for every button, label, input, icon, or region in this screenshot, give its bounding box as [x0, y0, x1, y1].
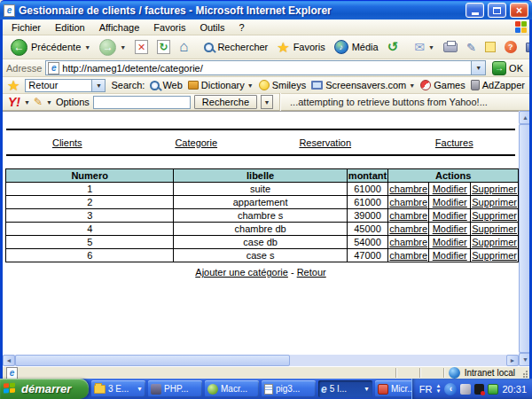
resize-grip[interactable]: [523, 376, 525, 378]
menu-fichier[interactable]: Fichier: [4, 20, 48, 35]
chambre-link[interactable]: chambre: [389, 237, 427, 247]
chambre-link[interactable]: chambre: [389, 250, 427, 261]
back-dropdown-icon[interactable]: ▼: [84, 44, 90, 51]
yahoo-search-button[interactable]: Recherche: [194, 95, 257, 109]
chambre-link[interactable]: chambre: [389, 197, 427, 207]
favorites-button[interactable]: Favoris: [273, 37, 328, 58]
taskbar-button-document[interactable]: pig3...: [262, 380, 316, 397]
horizontal-scrollbar[interactable]: ◄ ►: [3, 355, 519, 366]
yahoo-logo[interactable]: Y!: [8, 95, 20, 109]
nav-link-reservation[interactable]: Reservation: [299, 137, 351, 148]
network-tray-icon[interactable]: [488, 384, 498, 395]
supprimer-link[interactable]: Supprimer: [472, 237, 517, 247]
address-url[interactable]: http://nameg1/detente/categorie/: [62, 63, 468, 74]
games-button[interactable]: Games: [420, 80, 465, 90]
modifier-link[interactable]: Modifier: [433, 210, 467, 221]
supprimer-link[interactable]: Supprimer: [472, 250, 517, 261]
taskbar-button-php[interactable]: PHP...: [148, 380, 202, 397]
ie-app-icon: [4, 4, 15, 17]
messenger-button[interactable]: [501, 39, 520, 55]
yahoo-search-dropdown[interactable]: ▼: [261, 95, 273, 109]
yahoo-dropdown-icon[interactable]: ▼: [24, 99, 30, 106]
address-dropdown-button[interactable]: ▼: [471, 61, 485, 74]
supprimer-link[interactable]: Supprimer: [472, 210, 517, 221]
home-button[interactable]: [176, 36, 192, 58]
menu-aide[interactable]: ?: [232, 20, 252, 35]
modifier-link[interactable]: Modifier: [433, 223, 467, 234]
yahoo-options-label[interactable]: Options: [56, 97, 90, 107]
minimize-button[interactable]: [466, 3, 484, 18]
refresh-button[interactable]: [153, 38, 174, 56]
phone-tray-icon[interactable]: [474, 384, 484, 395]
table-header-row: Numero libelle montant Actions: [6, 169, 519, 183]
web-magnifier-icon: [150, 81, 160, 90]
back-button[interactable]: Précédente ▼: [7, 37, 94, 58]
web-search-button[interactable]: Web: [150, 80, 182, 90]
pencil-icon[interactable]: [34, 96, 43, 108]
note-icon: [485, 42, 496, 52]
status-bar: Intranet local: [3, 366, 529, 379]
menu-favoris[interactable]: Favoris: [146, 20, 192, 35]
yahoo-search-input[interactable]: [93, 96, 191, 109]
pencil-dropdown-icon[interactable]: ▼: [46, 99, 52, 106]
start-button[interactable]: démarrer: [0, 379, 89, 399]
address-field[interactable]: http://nameg1/detente/categorie/ ▼: [45, 60, 486, 75]
smileys-button[interactable]: Smileys: [259, 80, 307, 90]
dictionary-dropdown-icon[interactable]: ▼: [247, 82, 254, 89]
forward-dropdown-icon[interactable]: ▼: [120, 44, 126, 51]
maximize-button[interactable]: [488, 3, 506, 18]
nav-link-clients[interactable]: Clients: [52, 137, 82, 148]
modifier-link[interactable]: Modifier: [433, 197, 467, 207]
taskbar-button-explorer-group[interactable]: 3 E... ▼: [91, 380, 145, 397]
cell-montant: 61000: [347, 196, 387, 209]
screensavers-dropdown-icon[interactable]: ▼: [409, 82, 415, 89]
retour-link[interactable]: Retour: [297, 267, 326, 278]
mail-button[interactable]: ▼: [411, 38, 438, 56]
supprimer-link[interactable]: Supprimer: [472, 223, 517, 234]
modifier-link[interactable]: Modifier: [433, 250, 467, 261]
search-combo-dropdown[interactable]: ▼: [91, 80, 105, 91]
search-button[interactable]: Rechercher: [200, 40, 271, 54]
input-switch-icon[interactable]: [436, 384, 442, 394]
status-divider: [443, 368, 444, 378]
modifier-link[interactable]: Modifier: [433, 184, 467, 194]
antenna-tray-icon[interactable]: [460, 384, 471, 395]
modifier-link[interactable]: Modifier: [433, 237, 467, 247]
edit-button[interactable]: [463, 39, 480, 56]
horizontal-scroll-thumb[interactable]: [15, 355, 290, 366]
language-indicator[interactable]: FR: [419, 384, 433, 395]
chambre-link[interactable]: chambre: [389, 223, 427, 234]
add-category-link[interactable]: Ajouter une catégorie: [195, 267, 288, 278]
scroll-left-icon[interactable]: ◄: [3, 355, 15, 366]
menu-outils[interactable]: Outils: [192, 20, 231, 35]
chambre-link[interactable]: chambre: [389, 210, 427, 221]
discuss-button[interactable]: [481, 40, 499, 54]
print-button[interactable]: [440, 41, 461, 54]
menu-edition[interactable]: Edition: [48, 20, 92, 35]
dictionary-button[interactable]: Dictionary ▼: [188, 80, 254, 90]
taskbar-button-microsoft[interactable]: Micr...: [375, 380, 411, 397]
forward-button[interactable]: ▼: [96, 37, 129, 58]
taskbar-button-ie-group[interactable]: 5 I... ▼: [318, 380, 372, 397]
supprimer-link[interactable]: Supprimer: [472, 197, 517, 207]
menu-affichage[interactable]: Affichage: [92, 20, 147, 35]
search-icon: [204, 43, 214, 52]
nav-link-factures[interactable]: Factures: [435, 137, 473, 148]
media-button[interactable]: Média: [331, 38, 382, 56]
nav-link-categorie[interactable]: Categorie: [175, 137, 217, 148]
horizontal-scroll-track[interactable]: [290, 355, 506, 366]
search-combo[interactable]: Retour ▼: [25, 79, 106, 92]
taskbar-button-macromedia[interactable]: Macr...: [205, 380, 259, 397]
screensavers-button[interactable]: Screensavers.com ▼: [311, 80, 415, 90]
history-button[interactable]: [384, 37, 403, 57]
hide-icons-chevron[interactable]: [444, 383, 457, 395]
adzapper-button[interactable]: AdZapper: [471, 80, 525, 90]
mail-dropdown-icon[interactable]: ▼: [428, 44, 434, 51]
scroll-right-icon[interactable]: ►: [506, 355, 519, 366]
supprimer-link[interactable]: Supprimer: [472, 184, 517, 194]
close-button[interactable]: [510, 3, 528, 18]
stop-button[interactable]: [131, 38, 152, 56]
home-icon: [179, 38, 188, 56]
go-button[interactable]: OK: [489, 61, 526, 75]
chambre-link[interactable]: chambre: [389, 184, 427, 194]
